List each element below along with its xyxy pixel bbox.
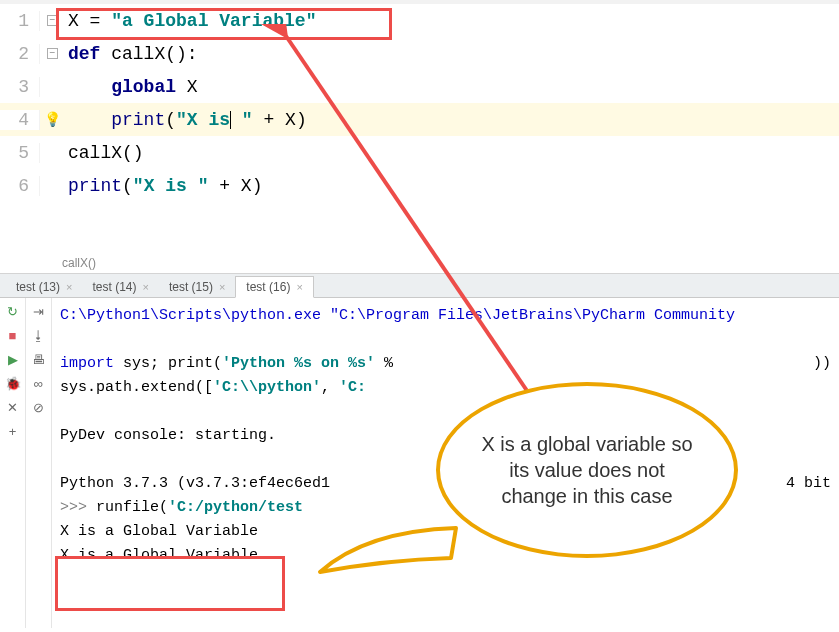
line-number: 3 [0,77,40,97]
line-number: 4 [0,110,40,130]
console-tabs: test (13)× test (14)× test (15)× test (1… [0,274,839,298]
callout-tail [316,516,466,576]
clear-icon[interactable]: ⊘ [30,398,48,416]
callout-bubble: X is a global variable so its value does… [436,382,738,558]
settings-icon[interactable]: ✕ [4,398,22,416]
code-line-2[interactable]: def callX(): [64,44,839,64]
intention-bulb[interactable]: 💡 [40,111,64,128]
collapse-icon: − [47,15,58,26]
soft-wrap-icon[interactable]: ⇥ [30,302,48,320]
code-line-4[interactable]: print("X is " + X) [64,110,839,130]
console-line: import sys; print('Python %s on %s' %)) [60,352,831,376]
console-toolbar-right: ⇥ ⭳ 🖶 ∞ ⊘ [26,298,52,628]
tab-test-13[interactable]: test (13)× [6,277,82,297]
callout-text: X is a global variable so its value does… [474,431,700,509]
line-number: 6 [0,176,40,196]
code-line-5[interactable]: callX() [64,143,839,163]
close-icon[interactable]: × [66,281,72,293]
rerun-icon[interactable]: ↻ [4,302,22,320]
console-toolbar-left: ↻ ■ ▶ 🐞 ✕ + [0,298,26,628]
add-icon[interactable]: + [4,422,22,440]
stop-icon[interactable]: ■ [4,326,22,344]
code-editor[interactable]: 1 − X = "a Global Variable" 2 − def call… [0,0,839,252]
tab-test-16[interactable]: test (16)× [235,276,313,298]
annotation-callout: X is a global variable so its value does… [436,382,738,558]
line-number: 2 [0,44,40,64]
code-line-6[interactable]: print("X is " + X) [64,176,839,196]
code-line-3[interactable]: global X [64,77,839,97]
code-line-1[interactable]: X = "a Global Variable" [64,11,839,31]
collapse-icon: − [47,48,58,59]
tab-test-15[interactable]: test (15)× [159,277,235,297]
close-icon[interactable]: × [219,281,225,293]
close-icon[interactable]: × [296,281,302,293]
line-number: 1 [0,11,40,31]
run-icon[interactable]: ▶ [4,350,22,368]
debug-icon[interactable]: 🐞 [4,374,22,392]
gutter-fold[interactable]: − [40,15,64,26]
history-icon[interactable]: ∞ [30,374,48,392]
close-icon[interactable]: × [142,281,148,293]
breadcrumb[interactable]: callX() [0,252,839,274]
console-line: C:\Python1\Scripts\python.exe "C:\Progra… [60,304,831,328]
gutter-fold[interactable]: − [40,48,64,59]
print-icon[interactable]: 🖶 [30,350,48,368]
tab-test-14[interactable]: test (14)× [82,277,158,297]
bulb-icon: 💡 [44,111,61,128]
scroll-end-icon[interactable]: ⭳ [30,326,48,344]
line-number: 5 [0,143,40,163]
